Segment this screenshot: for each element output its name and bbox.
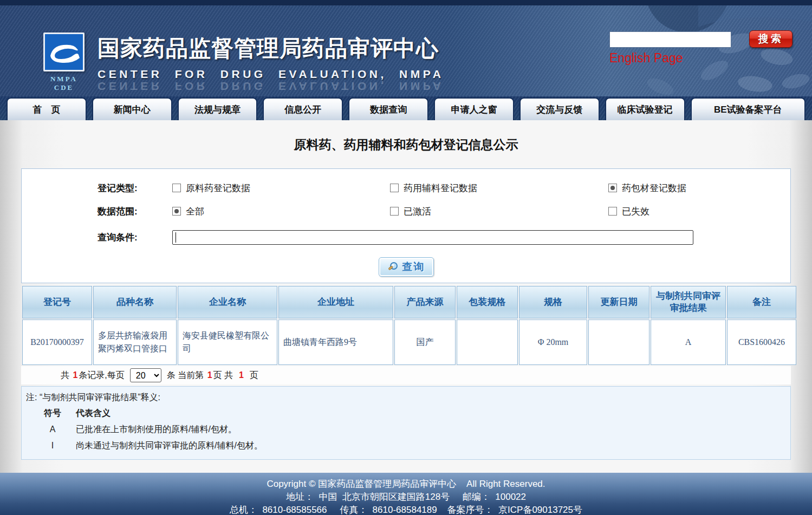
nav-tab-feedback[interactable]: 交流与反馈 bbox=[519, 97, 600, 120]
nav-tab-data-query[interactable]: 数据查询 bbox=[348, 97, 428, 120]
nav-tab-home[interactable]: 首 页 bbox=[7, 97, 87, 120]
reg-type-label: 登记类型: bbox=[98, 182, 172, 194]
notes-panel: 注: “与制剂共同审评审批结果”释义: 符号 代表含义 A 已批准在上市制剂使用… bbox=[21, 386, 791, 460]
col-header-packaging-spec: 包装规格 bbox=[457, 286, 518, 318]
top-strip bbox=[0, 0, 812, 5]
radio-option-all[interactable]: 全部 bbox=[172, 205, 390, 218]
pagination-text: 共 bbox=[61, 370, 72, 381]
radio-option-raw-material[interactable]: 原料药登记数据 bbox=[172, 182, 390, 194]
header-search-button[interactable]: 搜索 bbox=[749, 30, 792, 48]
total-pages: 1 bbox=[238, 370, 245, 380]
radio-option-activated[interactable]: 已激活 bbox=[390, 205, 608, 218]
nav-tab-applicant-window[interactable]: 申请人之窗 bbox=[434, 97, 514, 120]
cell-spec: Φ 20mm bbox=[519, 320, 587, 365]
english-page-link[interactable]: English Page bbox=[609, 51, 683, 66]
search-icon bbox=[387, 262, 399, 273]
col-header-joint-review-result: 与制剂共同审评审批结果 bbox=[651, 286, 726, 318]
query-form-panel: 登记类型: 原料药登记数据 药用辅料登记数据 药包材登记数据 数据范围: 全部 bbox=[21, 168, 791, 283]
cde-logo-swoosh-icon bbox=[43, 32, 85, 71]
footer-copyright: Copyright © 国家药品监督管理局药品审评中心 All Right Re… bbox=[0, 478, 812, 491]
note-item-i: I 尚未通过与制剂共同审评审批的原料/辅料/包材。 bbox=[26, 438, 786, 454]
radio-label: 原料药登记数据 bbox=[186, 182, 250, 194]
radio-icon[interactable] bbox=[172, 184, 181, 192]
radio-label: 全部 bbox=[186, 205, 204, 218]
notes-symbol-header: 符号 bbox=[37, 405, 68, 421]
site-banner: NMPA CDE 国家药品监督管理局药品审评中心 CENTER FOR DRUG… bbox=[0, 5, 812, 96]
note-symbol: A bbox=[37, 421, 68, 438]
record-count: 1 bbox=[72, 370, 79, 380]
radio-icon[interactable] bbox=[608, 207, 617, 216]
results-table: 登记号 品种名称 企业名称 企业地址 产品来源 包装规格 规格 更新日期 与制剂… bbox=[21, 285, 797, 366]
cell-reg-number: B20170000397 bbox=[22, 320, 92, 365]
table-header-row: 登记号 品种名称 企业名称 企业地址 产品来源 包装规格 规格 更新日期 与制剂… bbox=[22, 286, 796, 318]
col-header-reg-number: 登记号 bbox=[22, 286, 92, 318]
site-title: 国家药品监督管理局药品审评中心 bbox=[98, 34, 444, 63]
cell-product-name: 多层共挤输液袋用聚丙烯双口管接口 bbox=[93, 320, 177, 365]
note-item-a: A 已批准在上市制剂使用的原料/辅料/包材。 bbox=[26, 421, 786, 438]
data-scope-label: 数据范围: bbox=[98, 205, 172, 218]
page-title: 原料药、药用辅料和药包材登记信息公示 bbox=[0, 120, 812, 168]
header-search-input[interactable] bbox=[609, 31, 731, 48]
cell-packaging-spec bbox=[457, 320, 518, 365]
query-condition-input[interactable] bbox=[172, 230, 693, 245]
radio-label: 药用辅料登记数据 bbox=[404, 182, 477, 194]
current-page: 1 bbox=[206, 370, 213, 380]
notes-meaning-header: 代表含义 bbox=[76, 405, 111, 421]
pagination-text: 页 bbox=[245, 370, 258, 381]
cell-company-address: 曲塘镇青年西路9号 bbox=[278, 320, 393, 365]
text-caret bbox=[176, 232, 176, 243]
note-meaning: 尚未通过与制剂共同审评审批的原料/辅料/包材。 bbox=[76, 438, 263, 454]
nav-tab-info-disclosure[interactable]: 信息公开 bbox=[263, 97, 343, 120]
radio-option-expired[interactable]: 已失效 bbox=[608, 205, 790, 218]
query-button[interactable]: 查询 bbox=[379, 257, 434, 277]
cell-company-name: 海安县健民橡塑有限公司 bbox=[178, 320, 277, 365]
radio-icon[interactable] bbox=[390, 184, 399, 192]
radio-option-excipient[interactable]: 药用辅料登记数据 bbox=[390, 182, 608, 194]
pagination-text: 条 当前第 bbox=[167, 370, 206, 381]
main-nav: 首 页 新闻中心 法规与规章 信息公开 数据查询 申请人之窗 交流与反馈 临床试… bbox=[0, 96, 812, 120]
note-meaning: 已批准在上市制剂使用的原料/辅料/包材。 bbox=[76, 421, 237, 438]
page-size-select[interactable]: 20 bbox=[130, 368, 161, 382]
footer-address: 地址： 中国 北京市朝阳区建国路128号 邮编： 100022 bbox=[0, 491, 812, 504]
col-header-remarks: 备注 bbox=[727, 286, 796, 318]
radio-icon[interactable] bbox=[390, 207, 399, 216]
col-header-product-origin: 产品来源 bbox=[394, 286, 456, 318]
note-symbol: I bbox=[37, 438, 68, 454]
nav-tab-clinical-trial[interactable]: 临床试验登记 bbox=[605, 97, 685, 120]
col-header-company-address: 企业地址 bbox=[278, 286, 393, 318]
query-condition-label: 查询条件: bbox=[98, 231, 172, 244]
cell-joint-review-result: A bbox=[651, 320, 726, 365]
site-logo: NMPA CDE bbox=[42, 32, 86, 92]
nav-tab-be-platform[interactable]: BE试验备案平台 bbox=[691, 97, 806, 120]
table-row: B20170000397 多层共挤输液袋用聚丙烯双口管接口 海安县健民橡塑有限公… bbox=[22, 320, 796, 365]
col-header-company-name: 企业名称 bbox=[178, 286, 277, 318]
nav-tab-regulations[interactable]: 法规与规章 bbox=[178, 97, 258, 120]
pagination-bar: 共 1条记录,每页 20 条 当前第 1页 共 1 页 bbox=[21, 366, 791, 384]
cell-update-date bbox=[588, 320, 649, 365]
radio-label: 药包材登记数据 bbox=[622, 182, 686, 194]
site-subtitle-reflection: CENTER FOR DRUG EVALUATION, NMPA bbox=[98, 80, 444, 93]
col-header-update-date: 更新日期 bbox=[588, 286, 649, 318]
footer-contact: 总机： 8610-68585566 传真： 8610-68584189 备案序号… bbox=[0, 504, 812, 515]
col-header-product-name: 品种名称 bbox=[93, 286, 177, 318]
footer-gap bbox=[0, 460, 812, 473]
logo-caption: NMPA CDE bbox=[42, 75, 86, 92]
nav-tab-news[interactable]: 新闻中心 bbox=[92, 97, 172, 120]
radio-label: 已激活 bbox=[404, 205, 431, 218]
banner-pills-image bbox=[563, 5, 812, 96]
page-footer: Copyright © 国家药品监督管理局药品审评中心 All Right Re… bbox=[0, 473, 812, 515]
cell-product-origin: 国产 bbox=[394, 320, 456, 365]
query-button-label: 查询 bbox=[402, 260, 425, 274]
cell-remarks: CBS1600426 bbox=[727, 320, 796, 365]
radio-option-packaging[interactable]: 药包材登记数据 bbox=[608, 182, 790, 194]
radio-icon[interactable] bbox=[172, 207, 181, 216]
notes-title: 注: “与制剂共同审评审批结果”释义: bbox=[26, 390, 786, 405]
radio-icon[interactable] bbox=[608, 184, 617, 192]
radio-label: 已失效 bbox=[622, 205, 649, 218]
pagination-text: 页 共 bbox=[213, 370, 238, 381]
site-subtitle: CENTER FOR DRUG EVALUATION, NMPA bbox=[98, 68, 444, 81]
pagination-text: 条记录,每页 bbox=[79, 370, 124, 381]
col-header-spec: 规格 bbox=[519, 286, 587, 318]
